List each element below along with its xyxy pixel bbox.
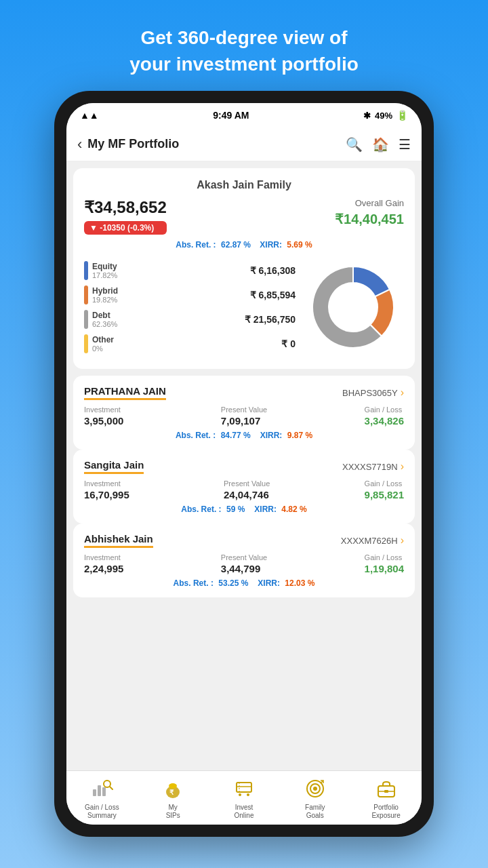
svg-line-5 — [110, 787, 113, 789]
present-value: 3,44,799 — [221, 563, 267, 574]
bluetooth-icon: ✱ — [363, 111, 371, 121]
member-xirr-value: 4.82 % — [281, 505, 306, 514]
portfolio-value-section: ₹34,58,652 ▼ -10350 (-0.3%) — [84, 198, 167, 235]
cat-color-dot — [84, 261, 88, 280]
member-id[interactable]: BHAPS3065Y › — [342, 387, 404, 399]
cat-color-dot — [84, 310, 88, 329]
tab-item-4[interactable]: PortfolioExposure — [350, 776, 422, 820]
cat-pct: 0% — [92, 344, 114, 353]
home-icon[interactable]: 🏠 — [372, 136, 389, 153]
gain-loss-label: Gain / Loss — [365, 553, 404, 561]
present-value: 7,09,107 — [221, 415, 267, 427]
member-abs-ret-value: 53.25 % — [218, 578, 248, 588]
member-name: PRATHANA JAIN — [84, 385, 166, 400]
present-value-label: Present Value — [221, 406, 267, 414]
xirr-static-label: XIRR: — [258, 578, 280, 588]
member-abs-ret-value: 59 % — [226, 505, 245, 514]
cat-value: ₹ 6,16,308 — [250, 265, 296, 276]
header-line1: Get 360-degree view of — [129, 24, 359, 51]
battery-icon: 🔋 — [396, 110, 408, 121]
category-item-other: Other 0% ₹ 0 — [84, 334, 296, 353]
abs-ret-value: 62.87 % — [221, 240, 251, 250]
cat-value: ₹ 0 — [281, 338, 296, 349]
family-name: Akash Jain Family — [84, 179, 404, 191]
tab-item-1[interactable]: ₹ MySIPs — [138, 776, 209, 820]
abs-ret-static-label: Abs. Ret. : — [174, 578, 214, 588]
battery-label: 49% — [375, 111, 392, 121]
gain-loss-col: Gain / Loss 9,85,821 — [365, 479, 404, 500]
header-line2: your investment portfolio — [129, 51, 359, 77]
member-chevron-right-icon[interactable]: › — [401, 460, 404, 473]
svg-rect-1 — [93, 789, 96, 796]
portfolio-card: Akash Jain Family ₹34,58,652 ▼ -10350 (-… — [73, 168, 415, 369]
tab-label-3: FamilyGoals — [305, 804, 325, 820]
cat-label-block: Hybrid 19.82% — [92, 286, 118, 304]
member-pan: XXXXM7626H — [341, 536, 398, 546]
cat-name: Other — [92, 335, 114, 344]
cat-label-block: Other 0% — [92, 335, 114, 353]
member-card-2: Abhishek Jain XXXXM7626H › Investment 2,… — [73, 524, 415, 597]
tab-label-4: PortfolioExposure — [371, 804, 400, 820]
gain-loss-value: 3,34,826 — [365, 415, 404, 427]
tab-bar: Gain / LossSummary ₹ MySIPs InvestOnline… — [66, 770, 422, 825]
tab-label-2: InvestOnline — [235, 804, 254, 820]
member-header: Abhishek Jain XXXXM7626H › — [84, 533, 404, 548]
svg-rect-3 — [102, 787, 106, 796]
overall-gain-section: Overall Gain ₹14,40,451 — [335, 198, 404, 227]
gain-loss-value: 1,19,804 — [365, 563, 404, 574]
present-value-col: Present Value 7,09,107 — [221, 406, 267, 427]
present-value: 24,04,746 — [224, 489, 270, 500]
investment-col: Investment 16,70,995 — [84, 479, 129, 500]
member-card-1: Sangita Jain XXXXS7719N › Investment 16,… — [73, 450, 415, 524]
member-xirr-value: 9.87 % — [287, 431, 312, 440]
overall-gain-value: ₹14,40,451 — [335, 211, 404, 227]
status-right: ✱ 49% 🔋 — [363, 110, 408, 121]
search-icon[interactable]: 🔍 — [346, 136, 363, 153]
cat-name: Equity — [92, 262, 117, 271]
cat-label-block: Equity 17.82% — [92, 262, 117, 279]
member-stats: Investment 3,95,000 Present Value 7,09,1… — [84, 406, 404, 427]
tab-item-2[interactable]: InvestOnline — [209, 776, 280, 820]
nav-icons: 🔍 🏠 ☰ — [346, 136, 411, 153]
member-chevron-right-icon[interactable]: › — [401, 534, 404, 547]
cat-name: Hybrid — [92, 286, 118, 296]
xirr-static-label: XIRR: — [260, 431, 283, 440]
abs-ret-row: Abs. Ret. : 62.87 % XIRR: 5.69 % — [84, 240, 404, 250]
cat-pct: 62.36% — [92, 320, 117, 328]
status-bar: ▲▲ 9:49 AM ✱ 49% 🔋 — [66, 103, 422, 127]
member-abs-ret: Abs. Ret. : 59 % XIRR: 4.82 % — [84, 505, 404, 514]
investment-value: 2,24,995 — [84, 563, 123, 574]
abs-ret-static-label: Abs. Ret. : — [181, 505, 221, 514]
total-portfolio-value: ₹34,58,652 — [84, 198, 167, 217]
xirr-value: 5.69 % — [287, 240, 312, 250]
overall-gain-label: Overall Gain — [335, 198, 404, 208]
cat-pct: 17.82% — [92, 271, 117, 279]
cat-label-block: Debt 62.36% — [92, 311, 117, 328]
member-id[interactable]: XXXXS7719N › — [342, 460, 404, 473]
investment-col: Investment 3,95,000 — [84, 406, 123, 427]
member-stats: Investment 16,70,995 Present Value 24,04… — [84, 479, 404, 500]
gain-loss-value: 9,85,821 — [365, 489, 404, 500]
investment-label: Investment — [84, 406, 123, 414]
member-header: Sangita Jain XXXXS7719N › — [84, 459, 404, 474]
present-value-label: Present Value — [224, 479, 270, 488]
gain-loss-col: Gain / Loss 1,19,804 — [365, 553, 404, 574]
donut-chart — [302, 256, 404, 358]
wifi-icon: ▲▲ — [80, 110, 99, 121]
status-left: ▲▲ — [80, 110, 99, 121]
tab-label-0: Gain / LossSummary — [85, 804, 119, 820]
tab-item-0[interactable]: Gain / LossSummary — [66, 776, 138, 820]
main-content: Akash Jain Family ₹34,58,652 ▼ -10350 (-… — [66, 161, 422, 770]
tab-item-3[interactable]: FamilyGoals — [279, 776, 350, 820]
investment-value: 3,95,000 — [84, 415, 123, 427]
tab-icon-0 — [89, 776, 114, 801]
back-button[interactable]: ‹ — [77, 136, 82, 153]
member-chevron-right-icon[interactable]: › — [401, 387, 404, 399]
gain-loss-label: Gain / Loss — [365, 406, 404, 414]
cat-value: ₹ 21,56,750 — [245, 314, 296, 325]
categories-list: Equity 17.82% ₹ 6,16,308 Hybrid 19.82% ₹… — [84, 261, 296, 353]
member-id[interactable]: XXXXM7626H › — [341, 534, 404, 547]
menu-icon[interactable]: ☰ — [399, 136, 411, 153]
cat-color-dot — [84, 334, 88, 353]
svg-point-7 — [169, 783, 177, 789]
